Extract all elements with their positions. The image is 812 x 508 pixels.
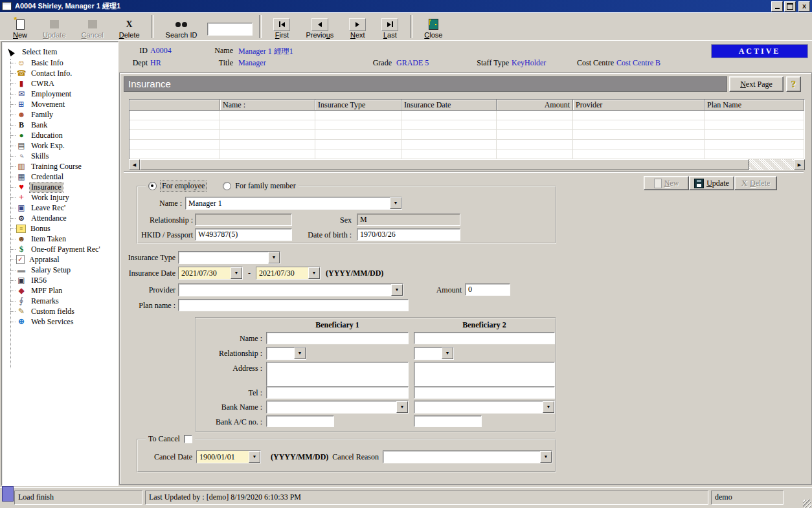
beneficiary-2-relationship-combo[interactable]: ▼ bbox=[414, 347, 454, 360]
hkid-field[interactable]: W493787(5) bbox=[195, 228, 292, 241]
beneficiary-1-tel-field[interactable] bbox=[266, 386, 409, 399]
sidebar-item-one-off-payment-rec[interactable]: One-off Payment Rec' bbox=[2, 244, 118, 254]
chevron-down-icon[interactable]: ▼ bbox=[543, 401, 554, 413]
previous-button[interactable]: Previous bbox=[302, 14, 337, 39]
help-button[interactable]: ? bbox=[786, 76, 801, 92]
cancel-button[interactable]: Cancel bbox=[78, 14, 107, 39]
beneficiary-2-address-field[interactable] bbox=[414, 362, 555, 386]
sidebar-item-attendance[interactable]: Attendance bbox=[2, 213, 118, 223]
grid-column-header-insurance-date: Insurance Date bbox=[401, 100, 497, 111]
insurance-date-to[interactable]: 2021/07/30 ▼ bbox=[256, 267, 321, 280]
sidebar-item-education[interactable]: Education bbox=[2, 130, 118, 140]
sidebar-item-mpf-plan[interactable]: MPF Plan bbox=[2, 285, 118, 296]
table-row[interactable] bbox=[130, 149, 804, 159]
sidebar-item-bank[interactable]: Bank bbox=[2, 120, 118, 130]
sidebar-item-credential[interactable]: Credential bbox=[2, 171, 118, 182]
dob-field[interactable]: 1970/03/26 bbox=[357, 228, 460, 241]
card-icon bbox=[16, 173, 27, 181]
grid-column-header-name: Name : bbox=[220, 100, 315, 111]
delete-button[interactable]: X Delete bbox=[116, 14, 143, 39]
chevron-down-icon[interactable]: ▼ bbox=[231, 267, 242, 279]
beneficiary-2-bank-name-combo[interactable]: ▼ bbox=[414, 401, 555, 414]
chevron-down-icon[interactable]: ▼ bbox=[540, 451, 552, 463]
sidebar-item-cwra[interactable]: CWRA bbox=[2, 78, 118, 89]
record-new-button[interactable]: New bbox=[644, 176, 689, 190]
table-row[interactable] bbox=[130, 130, 804, 140]
beneficiary-1-name-field[interactable] bbox=[266, 332, 409, 344]
sidebar-item-insurance[interactable]: Insurance bbox=[2, 182, 118, 192]
sidebar-item-basic-info[interactable]: Basic Info bbox=[2, 58, 118, 68]
beneficiary-2-bank-ac-field[interactable] bbox=[414, 415, 482, 427]
close-button[interactable]: Close bbox=[421, 14, 445, 39]
table-row[interactable] bbox=[130, 120, 804, 130]
sidebar-item-appraisal[interactable]: Appraisal bbox=[2, 254, 118, 265]
for-family-member-label[interactable]: For family member bbox=[235, 181, 295, 191]
sidebar-item-work-exp[interactable]: Work Exp. bbox=[2, 140, 118, 151]
scroll-right-arrow[interactable]: ▶ bbox=[794, 159, 805, 170]
minimize-button[interactable] bbox=[771, 1, 783, 12]
provider-combo[interactable]: ▼ bbox=[178, 283, 403, 296]
sidebar-item-employment[interactable]: Employment bbox=[2, 89, 118, 99]
sidebar-item-skills[interactable]: Skills bbox=[2, 151, 118, 161]
cancel-reason-combo[interactable]: ▼ bbox=[383, 450, 552, 463]
sidebar-item-salary-setup[interactable]: Salary Setup bbox=[2, 265, 118, 275]
sidebar-item-family[interactable]: Family bbox=[2, 109, 118, 120]
sidebar-item-custom-fields[interactable]: Custom fields bbox=[2, 306, 118, 316]
beneficiary-1-address-field[interactable] bbox=[266, 362, 409, 386]
chevron-down-icon[interactable]: ▼ bbox=[249, 451, 260, 463]
resize-grip[interactable] bbox=[803, 500, 811, 508]
scrollbar-track[interactable] bbox=[749, 159, 794, 170]
first-button[interactable]: First bbox=[270, 14, 293, 39]
sidebar-item-remarks[interactable]: Remarks bbox=[2, 296, 118, 306]
update-button[interactable]: Update bbox=[39, 14, 69, 39]
member-name-combo[interactable]: Manager 1 ▼ bbox=[185, 197, 402, 210]
insurance-date-from[interactable]: 2021/07/30 ▼ bbox=[178, 267, 243, 280]
for-employee-radio[interactable] bbox=[148, 182, 157, 190]
sidebar-item-web-services[interactable]: Web Services bbox=[2, 316, 118, 327]
beneficiary-2-name-field[interactable] bbox=[414, 332, 555, 344]
table-row[interactable] bbox=[130, 140, 804, 149]
beneficiary-1-bank-ac-field[interactable] bbox=[266, 415, 334, 427]
chevron-down-icon[interactable]: ▼ bbox=[294, 348, 306, 359]
next-button[interactable]: Next bbox=[346, 14, 369, 39]
section-title-bar: Insurance bbox=[124, 76, 727, 92]
plan-name-field[interactable] bbox=[178, 299, 409, 311]
insurance-type-combo[interactable]: ▼ bbox=[178, 251, 280, 264]
search-id-button[interactable]: Search ID bbox=[163, 14, 201, 39]
for-employee-label[interactable]: For employee bbox=[161, 181, 206, 191]
sidebar-item-work-injury[interactable]: Work Injury bbox=[2, 192, 118, 203]
sidebar-root-select-item[interactable]: Select Item bbox=[2, 46, 118, 58]
sidebar-item-leave-rec[interactable]: Leave Rec' bbox=[2, 203, 118, 213]
chevron-down-icon[interactable]: ▼ bbox=[442, 348, 453, 359]
chevron-down-icon[interactable]: ▼ bbox=[308, 267, 320, 279]
search-id-input[interactable] bbox=[207, 23, 253, 36]
scroll-left-arrow[interactable]: ◀ bbox=[129, 159, 140, 170]
table-row[interactable] bbox=[130, 111, 804, 120]
beneficiary-2-tel-field[interactable] bbox=[414, 386, 555, 399]
chevron-down-icon[interactable]: ▼ bbox=[268, 252, 280, 263]
chevron-down-icon[interactable]: ▼ bbox=[391, 284, 403, 296]
beneficiary-1-relationship-combo[interactable]: ▼ bbox=[266, 347, 306, 360]
record-delete-button[interactable]: X Delete bbox=[734, 176, 777, 190]
grid-horizontal-scrollbar: ◀ ▶ bbox=[129, 159, 805, 170]
last-button[interactable]: Last bbox=[378, 14, 401, 39]
sidebar-item-item-taken[interactable]: Item Taken bbox=[2, 234, 118, 244]
sidebar-item-movement[interactable]: Movement bbox=[2, 99, 118, 109]
chevron-down-icon[interactable]: ▼ bbox=[390, 197, 401, 209]
amount-field[interactable]: 0 bbox=[465, 283, 510, 296]
sidebar-item-contact-info[interactable]: Contact Info. bbox=[2, 68, 118, 78]
scrollbar-thumb[interactable] bbox=[140, 159, 749, 170]
cancel-date-combo[interactable]: 1900/01/01 ▼ bbox=[196, 450, 261, 463]
chevron-down-icon[interactable]: ▼ bbox=[396, 401, 408, 413]
to-cancel-checkbox[interactable] bbox=[184, 435, 192, 443]
next-page-button[interactable]: Next Page bbox=[729, 76, 784, 92]
beneficiary-1-bank-name-combo[interactable]: ▼ bbox=[266, 401, 409, 414]
sidebar-item-bonus[interactable]: Bonus bbox=[2, 223, 118, 234]
record-update-button[interactable]: Update bbox=[689, 176, 734, 190]
sidebar-item-ir56[interactable]: IR56 bbox=[2, 275, 118, 285]
maximize-button[interactable] bbox=[784, 1, 796, 12]
for-family-member-radio[interactable] bbox=[223, 182, 231, 190]
sidebar-item-training-course[interactable]: Training Course bbox=[2, 161, 118, 171]
new-button[interactable]: New bbox=[10, 14, 30, 39]
close-window-button[interactable]: X bbox=[798, 1, 810, 12]
